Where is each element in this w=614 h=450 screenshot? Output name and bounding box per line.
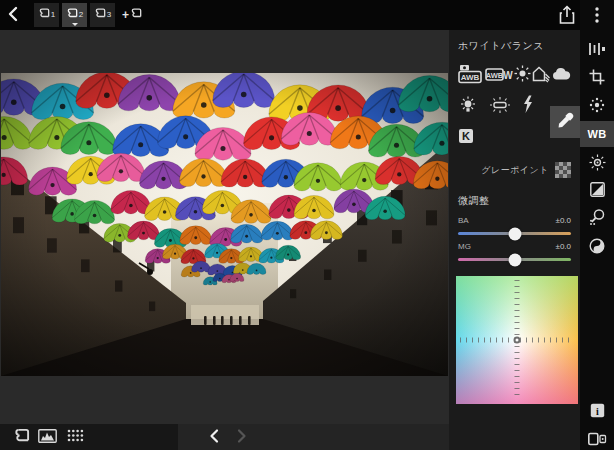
compare-button[interactable] [580,428,614,450]
photo-canvas[interactable] [1,73,448,376]
tab-label: 2 [79,11,83,19]
contrast-icon [590,182,605,200]
svg-text:AWB: AWB [461,73,480,82]
fluorescent-icon [489,96,511,117]
eyedropper-icon [556,112,574,133]
magnifier-dots-icon [589,208,606,228]
flash-bolt-icon [522,95,534,117]
wb-as-shot-button[interactable]: AWB [458,64,484,87]
info-button[interactable]: i [580,400,614,424]
wb-tool-label: WB [588,128,607,140]
detail-button[interactable] [580,206,614,230]
chevron-left-icon [6,6,20,25]
add-version-tab[interactable]: + [122,7,142,23]
mg-slider-value: ±0.0 [555,242,571,251]
histogram-button[interactable] [36,427,58,447]
grid-center-marker[interactable] [514,337,521,344]
tab-version-1[interactable]: 1 [34,3,59,27]
gray-point-label: グレーポイント [481,164,549,177]
wb-kelvin-button[interactable]: K [458,128,474,147]
version-tabs: 1 2 3 + [34,3,142,27]
crop-icon [589,69,605,88]
brightness-button[interactable] [580,152,614,176]
chevron-right-icon [237,429,247,446]
wb-flash-button[interactable] [522,95,534,117]
recipe-icon [130,7,142,23]
next-photo-button[interactable] [231,427,253,447]
wb-fluorescent-icon-button[interactable] [489,96,511,117]
tab-version-3[interactable]: 3 [90,3,115,27]
plus-icon: + [122,9,129,21]
mg-slider-row: MG ±0.0 [458,242,571,268]
histogram-icon [38,429,57,446]
recipe-icon [94,7,106,23]
effects-button[interactable] [580,94,614,118]
tab-label: 1 [51,11,55,19]
tab-version-2[interactable]: 2 [62,3,87,27]
more-menu-button[interactable] [580,4,614,28]
wb-awb-white-button[interactable]: AWBW [485,64,512,87]
gray-point-row: グレーポイント [458,162,571,178]
crop-button[interactable] [580,66,614,90]
awb-white-priority-icon: AWBW [485,64,512,87]
sun-icon [514,65,531,85]
recipe-button[interactable] [10,427,32,447]
mg-slider-thumb[interactable] [508,253,521,266]
chevron-left-icon [209,429,219,446]
svg-text:K: K [462,130,470,142]
svg-text:W: W [504,69,514,80]
wb-preset-row-1: AWB AWBW [458,64,571,86]
wb-fine-tune-grid[interactable] [456,276,578,404]
recipe-icon [66,7,78,23]
color-wheel-icon [589,238,605,257]
tab-label: 3 [107,11,111,19]
grid-view-button[interactable] [64,427,86,447]
compare-icon [588,432,606,449]
recipe-icon [38,7,50,23]
tungsten-bulb-icon [458,95,478,118]
bottom-bar [0,424,449,450]
share-button[interactable] [555,4,579,28]
shade-house-icon [532,65,551,85]
previous-photo-button[interactable] [203,427,225,447]
ba-slider-row: BA ±0.0 [458,216,571,242]
wb-eyedropper-button[interactable] [550,106,580,138]
svg-text:AWB: AWB [486,70,504,79]
info-icon: i [590,403,605,421]
mg-slider-label: MG [458,242,471,251]
sparkles-icon [589,97,605,116]
kebab-menu-icon [595,7,599,26]
white-balance-panel: ホワイトバランス AWB AWBW [449,30,580,450]
dots-grid-icon [67,429,84,445]
wb-daylight-button[interactable] [514,65,531,85]
street-photo [1,73,448,376]
app-window: 1 2 3 + [0,0,614,450]
back-button[interactable] [0,0,26,30]
fine-tune-title: 微調整 [458,194,571,208]
wb-cloudy-button[interactable] [552,67,571,84]
edit-canvas [0,30,449,424]
contrast-button[interactable] [580,179,614,203]
ba-slider-label: BA [458,216,469,225]
top-bar: 1 2 3 + [0,0,614,30]
share-export-icon [558,13,576,28]
wb-tungsten-button[interactable] [458,95,478,118]
cloud-icon [552,67,571,84]
color-button[interactable] [580,235,614,259]
levels-button[interactable] [580,38,614,62]
filmstrip-bar [178,424,449,450]
as-shot-awb-icon: AWB [458,64,484,87]
wb-shade-button[interactable] [532,65,551,85]
brightness-icon [589,154,606,174]
white-balance-tool-button[interactable]: WB [580,121,614,147]
mg-slider[interactable] [458,258,571,261]
svg-text:i: i [596,406,599,417]
recipe-scroll-icon [13,427,30,448]
kelvin-icon: K [458,128,474,147]
tool-rail: WB i [580,0,614,450]
ba-slider-value: ±0.0 [555,216,571,225]
ba-slider[interactable] [458,232,571,235]
ba-slider-thumb[interactable] [508,227,521,240]
panel-title: ホワイトバランス [458,39,571,53]
gray-point-swatch[interactable] [555,162,571,178]
